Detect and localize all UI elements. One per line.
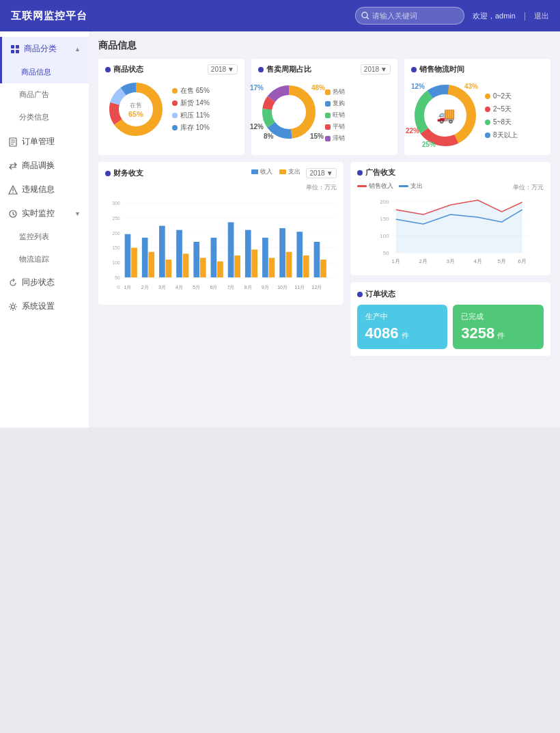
dashboard: 互联网监控平台 欢迎，admin | 退出 商品分类 ▲ 商品信息 xyxy=(0,0,560,428)
svg-rect-62 xyxy=(279,228,285,277)
svg-rect-45 xyxy=(131,248,137,277)
sidebar-item-exchange[interactable]: 商品调换 xyxy=(0,154,89,178)
product-status-card: 商品状态 2018 ▼ xyxy=(98,59,244,155)
svg-text:2月: 2月 xyxy=(141,285,149,290)
shipping-time-title: 销售物流时间 xyxy=(411,64,464,74)
finance-card: 财务收支 收入 支出 xyxy=(98,162,344,305)
svg-text:100: 100 xyxy=(112,260,120,265)
svg-text:150: 150 xyxy=(380,216,389,222)
app-title: 互联网监控平台 xyxy=(11,10,87,23)
svg-rect-4 xyxy=(11,50,14,53)
shipping-legend: 0~2天 2~5天 5~8天 8天以上 xyxy=(485,92,518,140)
violations-icon xyxy=(8,185,18,195)
donut-wrap-product: 在售 65% xyxy=(105,79,167,140)
order-status-card: 订单状态 生产中 4086 件 xyxy=(350,282,550,356)
legend-item-0: 在售 65% xyxy=(172,86,210,96)
sidebar-item-category-info[interactable]: 分类信息 xyxy=(0,106,89,128)
svg-text:200: 200 xyxy=(380,199,389,205)
svg-rect-66 xyxy=(314,242,320,277)
search-box[interactable] xyxy=(355,7,464,25)
svg-rect-55 xyxy=(217,262,223,277)
svg-text:50: 50 xyxy=(382,250,389,256)
sidebar-item-monitor-list[interactable]: 监控列表 xyxy=(0,225,89,248)
sidebar-item-realtime[interactable]: 实时监控 ▼ xyxy=(0,202,89,225)
gear-icon xyxy=(8,302,18,312)
svg-text:0: 0 xyxy=(117,285,120,290)
header-right: 欢迎，admin | 退出 xyxy=(355,7,549,25)
header-divider: | xyxy=(524,11,526,20)
svg-rect-59 xyxy=(251,249,257,277)
svg-rect-54 xyxy=(211,238,217,277)
header-user: 欢迎，admin xyxy=(473,11,516,21)
svg-rect-63 xyxy=(286,252,292,277)
sync-icon xyxy=(8,278,18,288)
chevron-down-icon: ▼ xyxy=(74,210,81,217)
finance-year[interactable]: 2018 ▼ xyxy=(306,168,336,178)
ads-header: 广告收支 xyxy=(357,167,544,178)
svg-text:200: 200 xyxy=(112,231,120,236)
sidebar-item-orders[interactable]: 订单管理 xyxy=(0,130,89,154)
finance-title: 财务收支 xyxy=(105,168,143,178)
category-label: 商品分类 xyxy=(24,43,57,55)
sidebar-item-category[interactable]: 商品分类 ▲ xyxy=(0,37,89,61)
finance-bar-chart: 300 250 200 150 100 50 0 xyxy=(105,193,337,299)
page-title: 商品信息 xyxy=(98,40,550,52)
main-content: 商品信息 商品状态 2018 ▼ xyxy=(89,31,560,428)
search-input[interactable] xyxy=(372,12,454,20)
order-cards: 生产中 4086 件 已完成 3258 件 xyxy=(357,305,544,349)
sales-cycle-card: 售卖周期占比 2018 ▼ xyxy=(251,59,397,155)
svg-line-1 xyxy=(367,17,369,19)
svg-rect-60 xyxy=(262,238,268,277)
sidebar-item-violations[interactable]: 违规信息 xyxy=(0,178,89,202)
svg-text:5月: 5月 xyxy=(497,258,505,264)
sidebar-item-product-info[interactable]: 商品信息 xyxy=(0,61,89,83)
svg-rect-3 xyxy=(16,45,19,49)
svg-rect-2 xyxy=(11,45,14,49)
svg-text:250: 250 xyxy=(112,216,120,221)
ads-card: 广告收支 销售收入 支出 xyxy=(350,162,550,275)
product-status-title: 商品状态 xyxy=(105,64,143,74)
svg-text:12月: 12月 xyxy=(312,285,322,290)
svg-text:11月: 11月 xyxy=(294,285,305,290)
in-production-label: 生产中 xyxy=(365,312,440,322)
realtime-icon xyxy=(8,209,18,219)
finance-header: 财务收支 收入 支出 xyxy=(105,167,337,179)
svg-text:10月: 10月 xyxy=(277,285,288,290)
shipping-donut-wrap: 🚚 43% 22% 25% 12% xyxy=(411,81,479,150)
sidebar-item-product-ads[interactable]: 商品广告 xyxy=(0,83,89,106)
svg-point-12 xyxy=(12,192,14,193)
completed-value: 3258 xyxy=(461,324,494,342)
order-completed: 已完成 3258 件 xyxy=(453,305,544,349)
sidebar-item-settings[interactable]: 系统设置 xyxy=(0,294,89,318)
svg-rect-46 xyxy=(142,238,148,277)
svg-text:50: 50 xyxy=(115,275,120,280)
ads-unit: 单位：万元 xyxy=(513,183,544,192)
product-status-year[interactable]: 2018 ▼ xyxy=(208,64,238,74)
svg-rect-44 xyxy=(125,234,131,277)
svg-rect-64 xyxy=(296,232,303,277)
svg-rect-61 xyxy=(269,258,275,277)
svg-text:100: 100 xyxy=(380,233,389,239)
sales-cycle-header: 售卖周期占比 2018 ▼ xyxy=(258,64,391,74)
chevron-up-icon: ▲ xyxy=(74,46,81,53)
svg-text:150: 150 xyxy=(112,245,120,250)
category-icon xyxy=(10,44,20,54)
sales-cycle-year[interactable]: 2018 ▼ xyxy=(361,64,391,74)
order-status-title: 订单状态 xyxy=(357,289,395,299)
svg-rect-65 xyxy=(303,255,309,277)
order-in-production: 生产中 4086 件 xyxy=(357,305,448,349)
title-dot xyxy=(105,67,111,72)
sidebar-item-sync[interactable]: 同步状态 xyxy=(0,271,89,294)
svg-text:300: 300 xyxy=(112,201,120,206)
ads-line-chart: 200 150 100 50 1月 xyxy=(357,195,544,270)
svg-text:6月: 6月 xyxy=(518,258,526,264)
svg-text:1月: 1月 xyxy=(391,258,400,264)
svg-rect-58 xyxy=(245,230,251,277)
svg-text:5月: 5月 xyxy=(193,285,200,290)
sidebar-item-logistics[interactable]: 物流追踪 xyxy=(0,248,89,271)
logout-button[interactable]: 退出 xyxy=(534,11,549,21)
svg-rect-48 xyxy=(159,226,165,278)
sales-cycle-donut-wrap: 48% 17% 12% 8% 15% xyxy=(258,81,320,143)
svg-text:8月: 8月 xyxy=(244,285,252,290)
in-production-unit: 件 xyxy=(402,331,409,341)
